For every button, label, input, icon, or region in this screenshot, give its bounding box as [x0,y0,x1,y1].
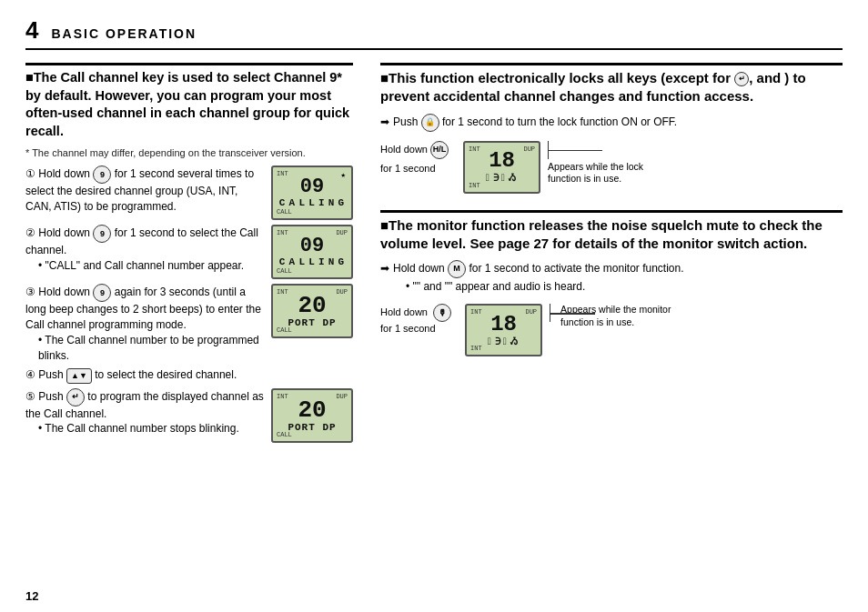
monitor-lcd-text: 𝎙∋𝎙Ᏹ [488,336,520,347]
main-columns: ■The Call channel key is used to select … [25,63,843,447]
lcd4-dup: DUP [336,393,348,400]
lock-diagram-left: Hold down H/L for 1 second [380,141,449,174]
lock-lcd-dup: DUP [523,145,535,153]
lock-instruction: ➡ Push 🔒 for 1 second to turn the lock f… [380,114,843,132]
lcd3-num: 20 [298,294,326,317]
step-3-button[interactable]: 9 [93,284,111,302]
lcd-display-2: INT DUP 09 C A L L I N G CALL [271,225,353,279]
monitor-arrow: ➡ [380,260,389,276]
lcd2-num: 09 [300,236,324,256]
step-3-text: ③ Hold down 9 again for 3 seconds (until… [25,284,264,363]
monitor-heading: ■The monitor function releases the noise… [380,210,843,254]
lock-lcd-text: 𝎙∋𝎙Ᏹ [486,172,519,184]
lock-lcd-int: INT [469,145,480,153]
left-column: ■The Call channel key is used to select … [25,63,353,447]
step-1-button[interactable]: 9 [93,166,111,184]
monitor-hold-label: Hold down [380,306,428,317]
lcd1-int: INT [277,170,288,177]
step-2-num: ② [25,226,38,239]
step-5-button[interactable]: ↵ [66,388,85,406]
step-4-num: ④ [25,368,38,381]
lcd2-dup: DUP [336,229,348,236]
page-section-num: 4 [25,16,38,45]
monitor-appear-note: Appears while the monitor function is in… [560,304,679,328]
lock-appear-note: Appears while the lock function is in us… [548,161,675,186]
left-section-heading: ■The Call channel key is used to select … [25,63,353,140]
step-4-text: ④ Push ▲▼ to select the desired channel. [25,367,353,383]
lock-arrow: ➡ [380,114,389,130]
lock-lcd-num: 18 [489,150,515,172]
lcd1-call: CALL [277,208,292,216]
lcd3-text: PORT DP [288,317,336,328]
lcd4-text: PORT DP [288,422,336,433]
monitor-left: Hold down 🎙 for 1 second [380,304,454,336]
monitor-hold-button[interactable]: M [448,260,466,278]
lcd2-text: C A L L I N G [279,256,345,267]
lock-diagram: Hold down H/L for 1 second INT DUP 18 𝎙∋… [380,141,843,194]
lock-for-label: for 1 second [380,163,436,174]
lcd-display-1: INT ★ 09 C A L L I N G CALL [271,166,353,220]
lcd1-text: C A L L I N G [279,197,345,208]
step-1-row: ① Hold down 9 for 1 second several times… [25,166,353,220]
lcd4-int: INT [277,393,288,400]
lcd1-star: ★ [341,170,346,180]
lcd-display-3: INT DUP 20 PORT DP CALL [271,284,353,338]
monitor-note-area: Appears while the monitor function is in… [550,304,679,328]
step-2-row: ② Hold down 9 for 1 second to select the… [25,225,353,279]
monitor-btn[interactable]: 🎙 [433,304,451,322]
monitor-section: ■The monitor function releases the noise… [380,210,843,357]
lcd-display-4: INT DUP 20 PORT DP CALL [271,388,353,443]
monitor-lcd-dup: DUP [525,308,537,316]
lock-lcd-call: INT [469,182,480,189]
step-4-button[interactable]: ▲▼ [66,368,92,384]
lock-heading: ■This function electronically locks all … [380,63,843,106]
lock-hold-label: Hold down H/L [380,141,449,159]
lock-diagram-right: Appears while the lock function is in us… [548,141,675,186]
monitor-for-label: for 1 second [380,323,436,334]
step-5-row: ⑤ Push ↵ to program the displayed channe… [25,388,353,443]
lcd3-call: CALL [277,326,292,334]
right-column: ■This function electronically locks all … [380,63,843,447]
monitor-diagram: Hold down 🎙 for 1 second INT DUP 18 𝎙∋𝎙Ᏹ… [380,304,843,356]
lcd2-int: INT [277,229,288,236]
step-3-row: ③ Hold down 9 again for 3 seconds (until… [25,284,353,363]
lcd2-call: CALL [277,267,292,275]
monitor-instruction: ➡ Hold down M for 1 second to activate t… [380,260,843,295]
lock-push-button[interactable]: 🔒 [421,114,439,132]
monitor-lcd: INT DUP 18 𝎙∋𝎙Ᏹ INT [465,304,542,356]
lock-lcd: INT DUP 18 𝎙∋𝎙Ᏹ INT [463,141,540,194]
page: 4 BASIC OPERATION ■The Call channel key … [0,0,868,612]
lcd4-call: CALL [277,431,292,438]
lcd4-num: 20 [298,398,326,422]
step-4-row: ④ Push ▲▼ to select the desired channel. [25,367,353,383]
monitor-lcd-call: INT [470,345,482,352]
lock-section: ■This function electronically locks all … [380,63,843,194]
lcd3-dup: DUP [336,288,348,296]
lcd1-num: 09 [300,177,324,197]
header: 4 BASIC OPERATION [25,16,843,50]
step-2-text: ② Hold down 9 for 1 second to select the… [25,225,264,274]
hl-button[interactable]: H/L [430,141,449,159]
step-3-num: ③ [25,286,38,298]
step-2-button[interactable]: 9 [93,225,111,243]
except-btn1[interactable]: ↵ [734,72,749,86]
footnote: * The channel may differ, depending on t… [25,147,353,158]
monitor-lcd-num: 18 [490,314,517,336]
page-section-title: BASIC OPERATION [51,26,197,41]
step-1-num: ① [25,167,38,180]
step-1-text: ① Hold down 9 for 1 second several times… [25,166,264,215]
lcd3-int: INT [277,288,288,296]
step-5-num: ⑤ [25,390,38,403]
step-5-text: ⑤ Push ↵ to program the displayed channe… [25,388,264,437]
monitor-lcd-int: INT [470,308,482,316]
page-number: 12 [25,589,38,603]
